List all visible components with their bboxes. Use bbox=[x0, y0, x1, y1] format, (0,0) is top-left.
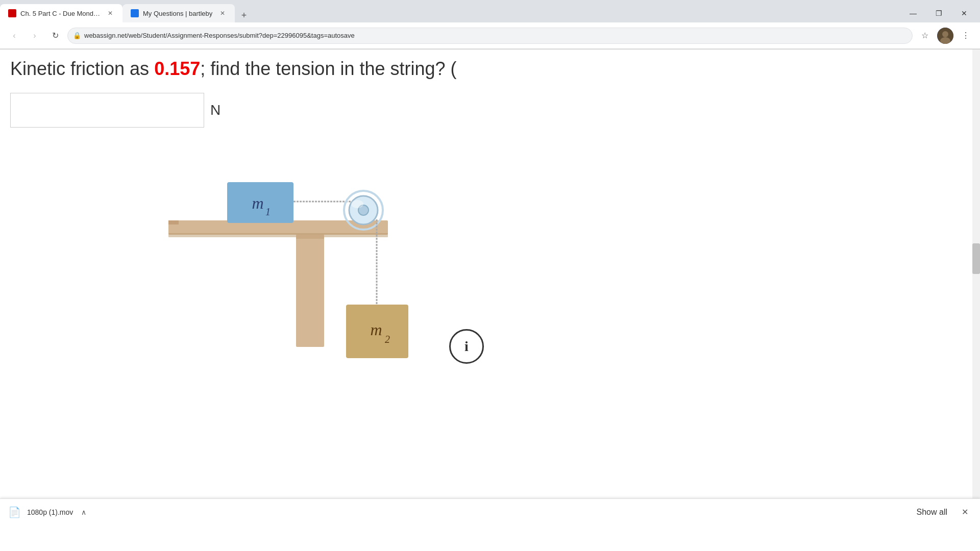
info-icon: i bbox=[464, 338, 469, 355]
tab-label-1: Ch. 5 Part C - Due Monday at 8 A bbox=[20, 10, 102, 17]
answer-area: N bbox=[10, 93, 220, 128]
refresh-button[interactable]: ↻ bbox=[47, 28, 63, 44]
download-filename: 1080p (1).mov bbox=[27, 508, 73, 516]
svg-rect-3 bbox=[168, 233, 388, 237]
m1-label: m bbox=[252, 194, 263, 212]
profile-button[interactable] bbox=[937, 28, 953, 44]
scrollbar-thumb[interactable] bbox=[972, 243, 980, 274]
tab-ch5[interactable]: Ch. 5 Part C - Due Monday at 8 A ✕ bbox=[0, 4, 122, 22]
info-button[interactable]: i bbox=[449, 329, 484, 364]
friction-value: 0.157 bbox=[154, 58, 200, 79]
forward-button[interactable]: › bbox=[27, 28, 43, 44]
tab-bartleby[interactable]: My Questions | bartleby ✕ bbox=[122, 4, 235, 22]
tab-favicon-2 bbox=[131, 9, 139, 17]
maximize-button[interactable]: ❐ bbox=[927, 4, 950, 22]
tab-favicon-1 bbox=[8, 9, 16, 17]
svg-point-1 bbox=[942, 31, 948, 37]
header-text: Kinetic friction as 0.157; find the tens… bbox=[10, 58, 970, 80]
tab-close-1[interactable]: ✕ bbox=[106, 9, 114, 17]
download-bar: 📄 1080p (1).mov ∧ Show all ✕ bbox=[0, 498, 980, 525]
address-text: webassign.net/web/Student/Assignment-Res… bbox=[84, 32, 355, 39]
address-input[interactable]: 🔒 webassign.net/web/Student/Assignment-R… bbox=[67, 28, 913, 44]
close-button[interactable]: ✕ bbox=[952, 4, 976, 22]
download-close-button[interactable]: ✕ bbox=[958, 505, 972, 519]
header-text-end: ; find the tension in the string? ( bbox=[200, 58, 456, 79]
unit-label: N bbox=[210, 102, 220, 118]
physics-diagram: m 1 m 2 bbox=[128, 131, 434, 396]
profile-avatar bbox=[937, 28, 953, 44]
scrollbar[interactable] bbox=[972, 49, 980, 525]
menu-button[interactable]: ⋮ bbox=[958, 28, 974, 44]
header-text-partial: Kinetic friction as bbox=[10, 58, 154, 79]
m2-subscript: 2 bbox=[385, 334, 390, 345]
answer-input[interactable] bbox=[10, 93, 204, 128]
lock-icon: 🔒 bbox=[73, 32, 81, 39]
window-controls: — ❐ ✕ bbox=[901, 4, 980, 22]
m1-subscript: 1 bbox=[265, 206, 271, 217]
pulley-highlight bbox=[351, 200, 363, 208]
tab-label-2: My Questions | bartleby bbox=[143, 10, 212, 17]
address-bar: ‹ › ↻ 🔒 webassign.net/web/Student/Assign… bbox=[0, 22, 980, 49]
tab-bar: Ch. 5 Part C - Due Monday at 8 A ✕ My Qu… bbox=[0, 0, 980, 22]
show-all-button[interactable]: Show all bbox=[913, 506, 951, 519]
svg-rect-5 bbox=[296, 235, 324, 239]
tab-close-2[interactable]: ✕ bbox=[218, 9, 227, 17]
bookmark-button[interactable]: ☆ bbox=[917, 28, 933, 44]
page-content: Kinetic friction as 0.157; find the tens… bbox=[0, 49, 980, 525]
back-button[interactable]: ‹ bbox=[6, 28, 22, 44]
download-chevron[interactable]: ∧ bbox=[79, 506, 88, 518]
m2-label: m bbox=[370, 320, 382, 339]
svg-rect-4 bbox=[168, 220, 179, 224]
download-file-icon: 📄 bbox=[8, 506, 21, 518]
new-tab-button[interactable]: + bbox=[237, 8, 251, 22]
question-header: Kinetic friction as 0.157; find the tens… bbox=[0, 49, 980, 80]
table-leg bbox=[296, 235, 324, 347]
minimize-button[interactable]: — bbox=[901, 4, 925, 22]
